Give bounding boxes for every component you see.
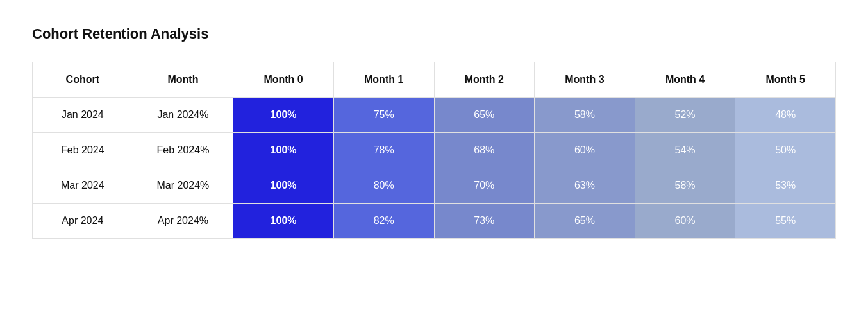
cell-m0: 100% <box>233 168 334 204</box>
cell-m3: 58% <box>535 98 635 133</box>
cell-month: Mar 2024% <box>133 168 233 204</box>
cell-cohort: Mar 2024 <box>33 168 133 204</box>
cell-m5: 50% <box>735 133 836 168</box>
cell-m2: 65% <box>434 98 535 133</box>
cell-m1: 82% <box>333 204 434 239</box>
cell-month: Apr 2024% <box>133 204 233 239</box>
cell-month: Feb 2024% <box>133 133 233 168</box>
cell-m1: 80% <box>333 168 434 204</box>
table-row: Mar 2024Mar 2024%100%80%70%63%58%53% <box>33 168 836 204</box>
table-row: Feb 2024Feb 2024%100%78%68%60%54%50% <box>33 133 836 168</box>
page-title: Cohort Retention Analysis <box>32 26 836 42</box>
header-month4: Month 4 <box>635 62 735 98</box>
header-month1: Month 1 <box>333 62 434 98</box>
cohort-table-wrapper: Cohort Month Month 0 Month 1 Month 2 Mon… <box>32 62 836 239</box>
header-month: Month <box>133 62 233 98</box>
cell-m5: 53% <box>735 168 836 204</box>
table-header-row: Cohort Month Month 0 Month 1 Month 2 Mon… <box>33 62 836 98</box>
cell-m2: 68% <box>434 133 535 168</box>
cell-m4: 52% <box>635 98 735 133</box>
header-month0: Month 0 <box>233 62 334 98</box>
cell-m2: 73% <box>434 204 535 239</box>
cell-m1: 75% <box>333 98 434 133</box>
cell-m4: 60% <box>635 204 735 239</box>
header-month5: Month 5 <box>735 62 836 98</box>
cell-m2: 70% <box>434 168 535 204</box>
cell-month: Jan 2024% <box>133 98 233 133</box>
cell-m3: 63% <box>535 168 635 204</box>
cell-m3: 65% <box>535 204 635 239</box>
cell-cohort: Apr 2024 <box>33 204 133 239</box>
table-row: Apr 2024Apr 2024%100%82%73%65%60%55% <box>33 204 836 239</box>
cell-m5: 55% <box>735 204 836 239</box>
cell-m4: 54% <box>635 133 735 168</box>
cell-m1: 78% <box>333 133 434 168</box>
cell-m3: 60% <box>535 133 635 168</box>
cell-cohort: Jan 2024 <box>33 98 133 133</box>
cell-m4: 58% <box>635 168 735 204</box>
header-cohort: Cohort <box>33 62 133 98</box>
cell-m5: 48% <box>735 98 836 133</box>
cell-cohort: Feb 2024 <box>33 133 133 168</box>
header-month3: Month 3 <box>535 62 635 98</box>
cell-m0: 100% <box>233 204 334 239</box>
cell-m0: 100% <box>233 133 334 168</box>
cell-m0: 100% <box>233 98 334 133</box>
header-month2: Month 2 <box>434 62 535 98</box>
cohort-table: Cohort Month Month 0 Month 1 Month 2 Mon… <box>32 62 836 239</box>
table-row: Jan 2024Jan 2024%100%75%65%58%52%48% <box>33 98 836 133</box>
